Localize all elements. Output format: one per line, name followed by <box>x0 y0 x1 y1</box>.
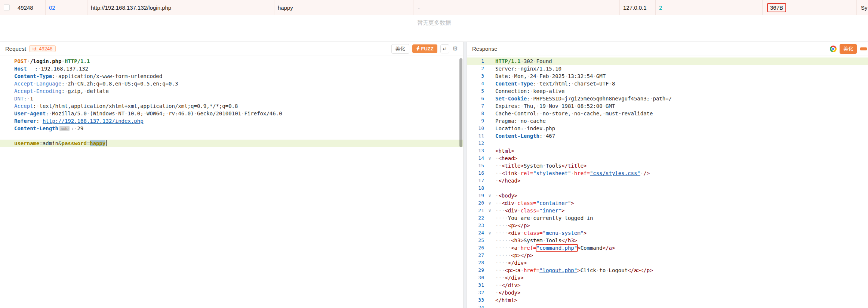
history-table-row[interactable]: 49248 02 http://192.168.137.132/login.ph… <box>0 0 868 15</box>
cell-count[interactable]: 2 <box>656 0 763 15</box>
response-line: 18 <box>467 184 868 192</box>
fold-spacer <box>484 214 495 222</box>
fold-spacer <box>484 237 495 244</box>
response-line: 22····You·are·currently·logged·in <box>467 214 868 222</box>
partial-button[interactable] <box>860 47 867 50</box>
response-line: 33</html> <box>467 296 868 304</box>
request-line: Accept-Encoding:·gzip,·deflate <box>0 87 463 95</box>
response-line: 1HTTP/1.1·302·Found <box>467 57 868 65</box>
line-number: 10 <box>467 125 484 132</box>
fold-spacer <box>484 110 495 117</box>
cell-title[interactable]: happy <box>274 0 413 15</box>
no-more-data-text: 暂无更多数据 <box>0 15 868 30</box>
response-line: 21∨···<div·class="inner"> <box>467 207 868 214</box>
fold-spacer <box>484 162 495 169</box>
fold-chevron-icon[interactable]: ∨ <box>484 199 495 207</box>
cell-status-code[interactable]: 02 <box>46 0 87 15</box>
line-number: 13 <box>467 147 484 155</box>
fold-chevron-icon[interactable]: ∨ <box>484 229 495 237</box>
open-in-browser-icon[interactable] <box>830 46 837 52</box>
line-number: 27 <box>467 252 484 259</box>
cell-placeholder[interactable]: - <box>413 0 620 15</box>
newline-toggle-button[interactable]: ↵ <box>440 44 449 53</box>
fold-spacer <box>484 296 495 304</box>
body-size-annotated: 367B <box>768 4 785 12</box>
fold-spacer <box>484 72 495 80</box>
cell-id[interactable]: 49248 <box>14 0 46 15</box>
fold-spacer <box>484 169 495 177</box>
request-scrollbar-thumb[interactable] <box>459 58 462 147</box>
fold-spacer <box>484 281 495 289</box>
response-line: 10Location:·index.php <box>467 125 868 132</box>
beautify-button[interactable]: 美化 <box>391 44 409 54</box>
fold-spacer <box>484 252 495 259</box>
cell-url[interactable]: http://192.168.137.132/login.php <box>87 0 274 15</box>
spacer <box>0 30 868 41</box>
response-line: 3Date:·Mon,·24·Feb·2025·13:32:54·GMT <box>467 72 868 80</box>
response-editor[interactable]: 1HTTP/1.1·302·Found2Server:·nginx/1.15.1… <box>467 56 868 308</box>
response-line: 13<html> <box>467 147 868 155</box>
row-select-checkbox[interactable] <box>4 4 10 10</box>
response-line: 26·····<a·href="command.php">Command</a> <box>467 244 868 252</box>
fuzz-button[interactable]: FUZZ <box>412 44 437 53</box>
response-line: 11Content-Length:·467 <box>467 132 868 140</box>
line-number: 30 <box>467 274 484 281</box>
cell-extra[interactable]: Sy <box>857 0 868 15</box>
fold-spacer <box>484 147 495 155</box>
row-select-cell <box>0 0 14 15</box>
request-line: Host:·192.168.137.132 <box>0 65 463 72</box>
response-line: 19∨·<body> <box>467 192 868 199</box>
line-number: 29 <box>467 267 484 274</box>
line-number: 7 <box>467 102 484 110</box>
cell-ip[interactable]: 127.0.0.1 <box>620 0 656 15</box>
line-number: 8 <box>467 110 484 117</box>
response-line: 15··<title>System·Tools</title> <box>467 162 868 169</box>
request-id-badge: id: 49248 <box>29 45 56 52</box>
fold-spacer <box>484 184 495 192</box>
request-line: Accept-Language:·zh-CN,zh;q=0.8,en-US;q=… <box>0 80 463 87</box>
line-number: 33 <box>467 296 484 304</box>
row-title: happy <box>278 4 293 11</box>
row-dash: - <box>418 4 420 11</box>
fold-chevron-icon[interactable]: ∨ <box>484 207 495 214</box>
response-line: 28····</div> <box>467 259 868 267</box>
settings-gear-icon[interactable]: ⚙ <box>452 46 458 52</box>
fold-spacer <box>484 57 495 65</box>
line-number: 19 <box>467 192 484 199</box>
line-number: 25 <box>467 237 484 244</box>
response-beautify-button[interactable]: 美化 <box>840 44 857 54</box>
request-line: Accept:·text/html,application/xhtml+xml,… <box>0 102 463 110</box>
line-number: 34 <box>467 304 484 308</box>
line-number: 4 <box>467 80 484 87</box>
line-number: 22 <box>467 214 484 222</box>
response-line: 12 <box>467 140 868 147</box>
fold-chevron-icon[interactable]: ∨ <box>484 155 495 162</box>
line-number: 11 <box>467 132 484 140</box>
cell-body-size[interactable]: 367B <box>763 0 857 15</box>
request-line: DNT:·1 <box>0 95 463 102</box>
response-header: Response 美化 <box>467 42 868 56</box>
fold-spacer <box>484 259 495 267</box>
panel-divider[interactable] <box>464 42 467 308</box>
fold-spacer <box>484 87 495 95</box>
response-line: 31··</div> <box>467 281 868 289</box>
request-editor[interactable]: POST·/login.php·HTTP/1.1Host:·192.168.13… <box>0 56 463 308</box>
fold-spacer <box>484 65 495 72</box>
request-line: Content-Lengthauto:·29 <box>0 125 463 132</box>
response-line: 34 <box>467 304 868 308</box>
request-title: Request <box>5 46 26 52</box>
response-line: 25·····<h3>System·Tools</h3> <box>467 237 868 244</box>
line-number: 26 <box>467 244 484 252</box>
fold-spacer <box>484 102 495 110</box>
line-number: 16 <box>467 169 484 177</box>
response-line: 16··<link·rel="stylesheet"·href="css/sty… <box>467 169 868 177</box>
fold-spacer <box>484 140 495 147</box>
fold-chevron-icon[interactable]: ∨ <box>484 192 495 199</box>
line-number: 14 <box>467 155 484 162</box>
row-count: 2 <box>659 4 662 11</box>
fold-spacer <box>484 80 495 87</box>
row-url: http://192.168.137.132/login.php <box>91 4 171 11</box>
line-number: 15 <box>467 162 484 169</box>
line-number: 17 <box>467 177 484 184</box>
response-line: 17·</head> <box>467 177 868 184</box>
